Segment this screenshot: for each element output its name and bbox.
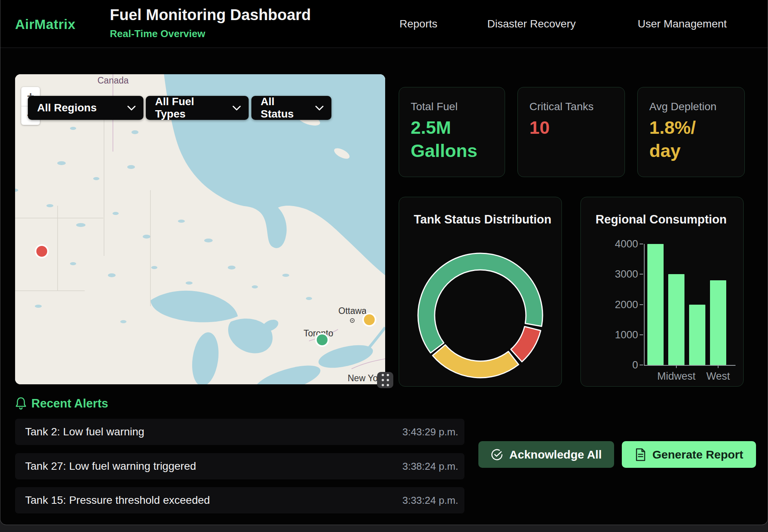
- alert-text: Tank 15: Pressure threshold exceeded: [25, 494, 210, 506]
- stat-card-avg-depletion: Avg Depletion 1.8%/ day: [637, 87, 745, 177]
- filter-regions-select[interactable]: All Regions: [28, 96, 143, 120]
- chevron-down-icon: [127, 105, 136, 111]
- nav-disaster-recovery[interactable]: Disaster Recovery: [487, 0, 576, 48]
- consumption-bar: [689, 305, 705, 365]
- donut-segment-red: [511, 327, 541, 362]
- map-geography: Canada Ottawa Toronto New York: [15, 74, 385, 384]
- stat-value-line2: Gallons: [411, 139, 493, 162]
- consumption-bar: [647, 244, 664, 365]
- stat-value-line2: day: [649, 139, 733, 162]
- stat-card-total-fuel: Total Fuel 2.5M Gallons: [399, 87, 505, 177]
- alert-text: Tank 27: Low fuel warning triggered: [25, 460, 196, 472]
- stat-value-line1: 1.8%/: [649, 116, 733, 139]
- page-title: Fuel Monitoring Dashboard: [110, 6, 311, 24]
- map-marker-normal[interactable]: [316, 334, 328, 346]
- map-label-country: Canada: [97, 75, 129, 85]
- stat-label: Total Fuel: [411, 101, 493, 113]
- map-marker-critical[interactable]: [36, 245, 48, 257]
- alert-row[interactable]: Tank 27: Low fuel warning triggered 3:38…: [15, 453, 464, 479]
- y-tick-label: 4000: [615, 238, 638, 250]
- tank-status-donut-chart: [399, 197, 562, 387]
- x-tick-mark: [718, 365, 719, 368]
- resize-grip-handle[interactable]: [377, 372, 393, 388]
- y-tick-label: 2000: [615, 298, 638, 310]
- alert-text: Tank 2: Low fuel warning: [25, 426, 144, 438]
- x-tick-label: West: [706, 370, 730, 382]
- regional-consumption-panel: Regional Consumption 01000200030004000Mi…: [580, 197, 744, 387]
- stat-card-critical-tanks: Critical Tanks 10: [517, 87, 625, 177]
- y-tick-mark: [640, 365, 643, 365]
- page-subtitle: Real-Time Overview: [110, 28, 205, 40]
- x-tick-mark: [676, 365, 677, 368]
- header: AirMatrix Fuel Monitoring Dashboard Real…: [0, 0, 768, 48]
- recent-alerts-title: Recent Alerts: [31, 397, 108, 411]
- map-marker-warning[interactable]: [363, 314, 375, 326]
- tank-status-panel: Tank Status Distribution: [399, 197, 562, 387]
- bell-icon: [15, 397, 27, 411]
- filter-status-select[interactable]: All Status: [251, 96, 331, 120]
- brand-logo[interactable]: AirMatrix: [15, 17, 75, 32]
- y-tick-label: 0: [615, 359, 638, 371]
- filter-fuel-types-select[interactable]: All Fuel Types: [146, 96, 249, 120]
- alert-time: 3:43:29 p.m.: [402, 426, 458, 438]
- map-label-ottawa: Ottawa: [338, 306, 367, 316]
- y-tick-mark: [640, 244, 643, 244]
- alert-time: 3:33:24 p.m.: [402, 494, 458, 506]
- chevron-down-icon: [232, 105, 241, 111]
- y-tick-mark: [640, 304, 643, 305]
- y-tick-mark: [640, 334, 643, 335]
- stat-value-line1: 10: [529, 116, 613, 139]
- acknowledge-all-button[interactable]: Acknowledge All: [478, 441, 614, 468]
- y-tick-label: 1000: [615, 329, 638, 341]
- stat-value-line1: 2.5M: [411, 116, 493, 139]
- bar-chart-y-axis: [644, 244, 645, 365]
- y-tick-mark: [640, 274, 643, 275]
- nav-user-management[interactable]: User Management: [638, 0, 727, 48]
- x-tick-label: Midwest: [657, 370, 695, 382]
- donut-segment-yellow: [433, 345, 519, 378]
- document-icon: [635, 448, 646, 461]
- nav-reports[interactable]: Reports: [399, 0, 437, 48]
- generate-report-label: Generate Report: [652, 448, 743, 461]
- y-tick-label: 3000: [615, 268, 638, 280]
- consumption-bar: [668, 274, 684, 365]
- alert-row[interactable]: Tank 2: Low fuel warning 3:43:29 p.m.: [15, 419, 464, 445]
- app-window: AirMatrix Fuel Monitoring Dashboard Real…: [0, 0, 768, 525]
- filter-status-value: All Status: [261, 95, 308, 120]
- regional-consumption-bar-chart: 01000200030004000MidwestWest: [581, 197, 744, 387]
- stat-label: Avg Depletion: [649, 101, 733, 113]
- chevron-down-icon: [315, 105, 324, 111]
- consumption-bar: [710, 280, 726, 365]
- check-circle-icon: [491, 448, 503, 461]
- filter-fuel-types-value: All Fuel Types: [155, 95, 225, 120]
- alert-time: 3:38:24 p.m.: [402, 460, 458, 472]
- acknowledge-all-label: Acknowledge All: [509, 448, 602, 461]
- generate-report-button[interactable]: Generate Report: [622, 441, 756, 468]
- stat-label: Critical Tanks: [529, 101, 613, 113]
- alert-row[interactable]: Tank 15: Pressure threshold exceeded 3:3…: [15, 487, 464, 513]
- map-canvas[interactable]: Canada Ottawa Toronto New York: [15, 74, 385, 384]
- bar-chart-x-axis: [644, 365, 736, 366]
- filter-regions-value: All Regions: [37, 102, 97, 114]
